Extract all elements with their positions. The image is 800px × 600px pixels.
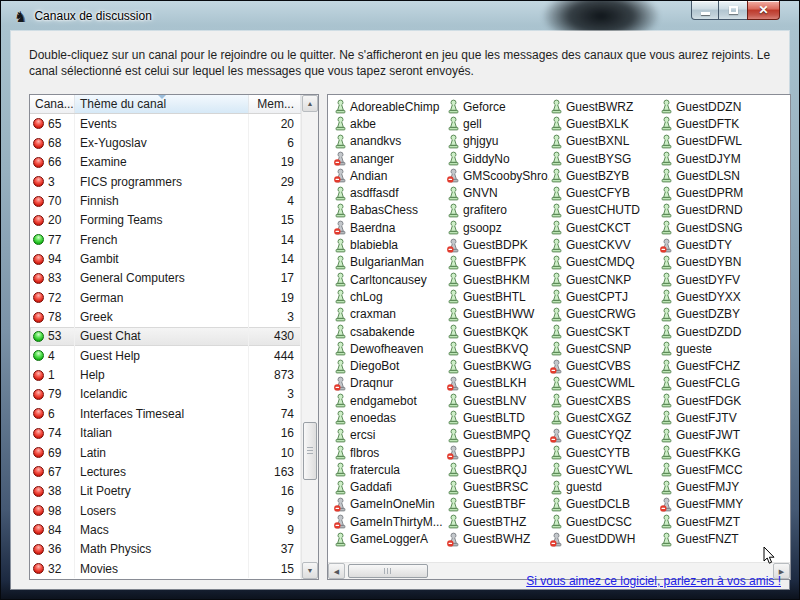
scroll-up-button[interactable]: ▲ bbox=[302, 95, 318, 112]
user-list-item[interactable]: GuestFMJY bbox=[660, 479, 788, 496]
user-list-item[interactable]: GuestDDWH bbox=[550, 530, 659, 547]
user-list-item[interactable]: GuestCYQZ bbox=[550, 427, 659, 444]
user-list-item[interactable]: GuestBKVQ bbox=[447, 340, 549, 357]
user-list-item[interactable]: GameLoggerA bbox=[334, 530, 446, 547]
user-list-item[interactable]: GuestFKKG bbox=[660, 444, 788, 461]
user-list-item[interactable]: GuestDYBN bbox=[660, 254, 788, 271]
table-row[interactable]: 98Losers9 bbox=[30, 501, 301, 520]
table-row[interactable]: 72German19 bbox=[30, 288, 301, 307]
user-list-item[interactable]: GuestBKWG bbox=[447, 357, 549, 374]
user-list-item[interactable]: GiddyNo bbox=[447, 150, 549, 167]
table-row[interactable]: 32Movies15 bbox=[30, 559, 301, 578]
user-list-item[interactable]: GuestFJTV bbox=[660, 409, 788, 426]
user-list-item[interactable]: GuestBMPQ bbox=[447, 427, 549, 444]
user-list-item[interactable]: GuestBLNV bbox=[447, 392, 549, 409]
user-list-item[interactable]: GuestBRSC bbox=[447, 479, 549, 496]
table-row[interactable]: 69Latin10 bbox=[30, 443, 301, 462]
user-list-item[interactable]: GuestDSNG bbox=[660, 219, 788, 236]
user-list-item[interactable]: GameInThirtyM... bbox=[334, 513, 446, 530]
table-row[interactable]: 83General Computers17 bbox=[30, 269, 301, 288]
user-list-item[interactable]: GuestCPTJ bbox=[550, 288, 659, 305]
table-row[interactable]: 79Icelandic3 bbox=[30, 385, 301, 404]
user-list-item[interactable]: GuestBHTL bbox=[447, 288, 549, 305]
user-list-item[interactable]: GuestBHKM bbox=[447, 271, 549, 288]
user-list-item[interactable]: GuestDYFV bbox=[660, 271, 788, 288]
table-row[interactable]: 38Lit Poetry16 bbox=[30, 482, 301, 501]
user-list-item[interactable]: GuestFMCC bbox=[660, 461, 788, 478]
close-button[interactable]: ✕ bbox=[747, 1, 780, 20]
user-list-item[interactable]: blabiebla bbox=[334, 236, 446, 253]
user-list-item[interactable]: ghjgyu bbox=[447, 133, 549, 150]
user-list-item[interactable]: gueste bbox=[660, 340, 788, 357]
user-list-item[interactable]: Geforce bbox=[447, 98, 549, 115]
user-list-item[interactable]: GuestBHWW bbox=[447, 306, 549, 323]
user-list-item[interactable]: GuestCNKP bbox=[550, 271, 659, 288]
user-list-item[interactable]: BabasChess bbox=[334, 202, 446, 219]
user-list-item[interactable]: GuestCSKT bbox=[550, 323, 659, 340]
user-list-item[interactable]: GuestBXLK bbox=[550, 115, 659, 132]
user-list-item[interactable]: GuestDPRM bbox=[660, 184, 788, 201]
user-list-item[interactable]: GuestDCSC bbox=[550, 513, 659, 530]
user-list-item[interactable]: flbros bbox=[334, 444, 446, 461]
user-list-item[interactable]: GuestBKQK bbox=[447, 323, 549, 340]
header-members-column[interactable]: Mem... bbox=[249, 95, 301, 113]
table-row[interactable]: 36Math Physics37 bbox=[30, 540, 301, 559]
user-list-item[interactable]: GuestCVBS bbox=[550, 357, 659, 374]
user-list-item[interactable]: csabakende bbox=[334, 323, 446, 340]
user-list-item[interactable]: Draqnur bbox=[334, 375, 446, 392]
user-list-item[interactable]: GNVN bbox=[447, 184, 549, 201]
user-list-item[interactable]: GuestCKVV bbox=[550, 236, 659, 253]
scroll-down-button[interactable]: ▼ bbox=[302, 562, 318, 579]
user-list-item[interactable]: GuestDZDD bbox=[660, 323, 788, 340]
user-list-item[interactable]: GuestCXBS bbox=[550, 392, 659, 409]
user-list-item[interactable]: GMScoobyShro... bbox=[447, 167, 549, 184]
user-list-item[interactable]: GuestDJYM bbox=[660, 150, 788, 167]
user-list-item[interactable]: GuestDYXX bbox=[660, 288, 788, 305]
user-list-item[interactable]: Gaddafi bbox=[334, 479, 446, 496]
table-row[interactable]: 3FICS programmers29 bbox=[30, 172, 301, 191]
user-list-item[interactable]: GuestBWHZ bbox=[447, 530, 549, 547]
user-list-item[interactable]: ercsi bbox=[334, 427, 446, 444]
user-list-item[interactable]: GuestCRWG bbox=[550, 306, 659, 323]
user-list-item[interactable]: GuestCYTB bbox=[550, 444, 659, 461]
table-row[interactable]: 6Interfaces Timeseal74 bbox=[30, 404, 301, 423]
user-list-item[interactable]: GuestFMMY bbox=[660, 496, 788, 513]
user-list-item[interactable]: GuestCWML bbox=[550, 375, 659, 392]
user-list-item[interactable]: GuestCFYB bbox=[550, 184, 659, 201]
table-row[interactable]: 74Italian16 bbox=[30, 424, 301, 443]
table-row[interactable]: 78Greek3 bbox=[30, 307, 301, 326]
user-list-item[interactable]: GuestBXNL bbox=[550, 133, 659, 150]
user-list-item[interactable]: GuestFNZT bbox=[660, 530, 788, 547]
user-list-item[interactable]: GuestDFTK bbox=[660, 115, 788, 132]
user-list-item[interactable]: GuestFCLG bbox=[660, 375, 788, 392]
user-list-item[interactable]: GuestBZYB bbox=[550, 167, 659, 184]
user-list-item[interactable]: GuestCMDQ bbox=[550, 254, 659, 271]
table-row[interactable]: 4Guest Help444 bbox=[30, 346, 301, 365]
user-list-item[interactable]: GuestBTBF bbox=[447, 496, 549, 513]
user-list-item[interactable]: GuestDRND bbox=[660, 202, 788, 219]
user-list-item[interactable]: GuestFJWT bbox=[660, 427, 788, 444]
user-list-item[interactable]: GuestCYWL bbox=[550, 461, 659, 478]
user-list-item[interactable]: GuestDLSN bbox=[660, 167, 788, 184]
table-row[interactable]: 84Macs9 bbox=[30, 520, 301, 539]
user-list-item[interactable]: Baerdna bbox=[334, 219, 446, 236]
promo-link[interactable]: Si vous aimez ce logiciel, parlez-en à v… bbox=[526, 574, 781, 588]
user-list-item[interactable]: ananger bbox=[334, 150, 446, 167]
user-list-item[interactable]: Dewofheaven bbox=[334, 340, 446, 357]
user-list-item[interactable]: GuestCSNP bbox=[550, 340, 659, 357]
table-row[interactable]: 1Help873 bbox=[30, 365, 301, 384]
user-list-item[interactable]: akbe bbox=[334, 115, 446, 132]
user-list-item[interactable]: GuestBFPK bbox=[447, 254, 549, 271]
user-list-item[interactable]: GameInOneMin bbox=[334, 496, 446, 513]
user-list-item[interactable]: GuestBLTD bbox=[447, 409, 549, 426]
maximize-button[interactable] bbox=[719, 1, 747, 20]
user-list-item[interactable]: endgamebot bbox=[334, 392, 446, 409]
user-list-item[interactable]: asdffasdf bbox=[334, 184, 446, 201]
user-list-item[interactable]: enoedas bbox=[334, 409, 446, 426]
table-row[interactable]: 20Forming Teams15 bbox=[30, 211, 301, 230]
user-list-item[interactable]: GuestCXGZ bbox=[550, 409, 659, 426]
table-row[interactable]: 65Events20 bbox=[30, 114, 301, 133]
user-list-item[interactable]: GuestBWRZ bbox=[550, 98, 659, 115]
horizontal-scroll-thumb[interactable] bbox=[348, 564, 428, 578]
user-list-item[interactable]: gsoopz bbox=[447, 219, 549, 236]
